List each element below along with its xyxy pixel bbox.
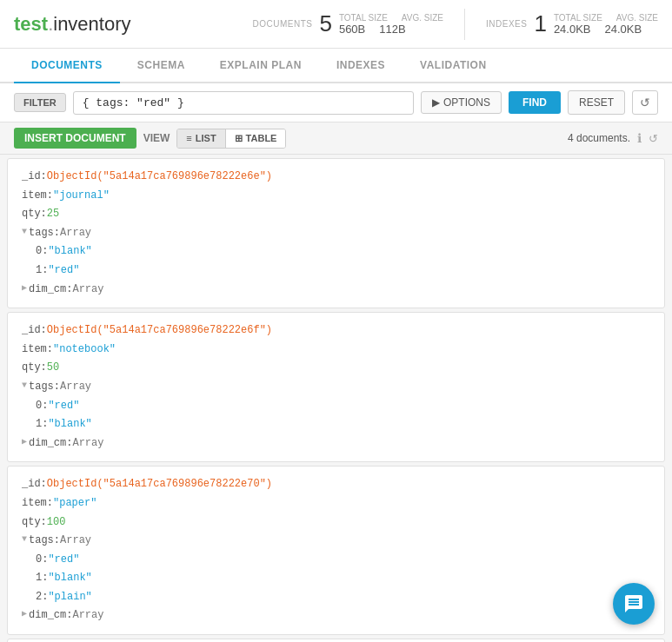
table-icon: ⊞ (235, 133, 243, 144)
indexes-size-info: TOTAL SIZE AVG. SIZE 24.0KB 24.0KB (554, 13, 658, 36)
field-dimcm-key: dim_cm: (29, 281, 72, 300)
field-qty-key: qty: (22, 205, 47, 224)
view-label: VIEW (143, 132, 170, 144)
dimcm-caret[interactable]: ▶ (22, 434, 27, 450)
docs-total-size-val: 560B (339, 23, 365, 36)
indexes-label: INDEXES (486, 19, 527, 29)
field-id-value: ObjectId("5a14a17ca769896e78222e6f") (47, 321, 272, 341)
documents-container: _id: ObjectId("5a14a17ca769896e78222e6e"… (0, 155, 672, 642)
documents-label: DOCUMENTS (252, 19, 312, 29)
field-tag1-value: "red" (48, 261, 79, 281)
indexes-stat-group: INDEXES 1 TOTAL SIZE AVG. SIZE 24.0KB 24… (486, 10, 658, 37)
tab-indexes[interactable]: INDEXES (319, 49, 403, 83)
toolbar: FILTER ▶ OPTIONS FIND RESET ↺ (0, 83, 672, 122)
field-id-key: _id: (22, 168, 47, 187)
field-item-value: "journal" (53, 187, 110, 206)
field-tags-type: Array (60, 224, 91, 243)
chat-button[interactable] (613, 583, 655, 625)
table-row: _id: ObjectId("5a14a17ca769896e78222e6f"… (7, 312, 665, 462)
action-right: 4 documents. ℹ ↺ (568, 131, 658, 145)
field-tag2-value: "plain" (48, 588, 91, 607)
view-toggle: ≡ LIST ⊞ TABLE (176, 129, 286, 149)
filter-label: FILTER (23, 97, 57, 108)
field-tag0-value: "blank" (48, 242, 91, 261)
options-button[interactable]: ▶ OPTIONS (421, 91, 502, 114)
view-table-button[interactable]: ⊞ TABLE (226, 129, 286, 148)
header-stats: DOCUMENTS 5 TOTAL SIZE AVG. SIZE 560B 11… (252, 9, 658, 40)
field-tags-key: tags: (29, 224, 60, 243)
action-left: INSERT DOCUMENT VIEW ≡ LIST ⊞ TABLE (14, 128, 286, 149)
field-tags-key: tags: (29, 532, 60, 551)
docs-total-size-label: TOTAL SIZE (339, 13, 388, 23)
table-row: _id: ObjectId("5a14a17ca769896e78222e6e"… (7, 158, 665, 308)
field-dimcm-type: Array (72, 434, 103, 453)
field-tag0-key: 0: (36, 242, 48, 261)
find-button[interactable]: FIND (509, 91, 561, 114)
logo-test: test (14, 13, 48, 35)
field-tag1-value: "blank" (48, 415, 91, 434)
docs-avg-size-label: AVG. SIZE (402, 13, 443, 23)
tab-documents[interactable]: DOCUMENTS (14, 49, 120, 83)
list-label: LIST (196, 133, 216, 143)
reset-button[interactable]: RESET (568, 90, 625, 115)
tab-explain[interactable]: EXPLAIN PLAN (203, 49, 319, 83)
idx-avg-size-label: AVG. SIZE (616, 13, 658, 23)
field-item-key: item: (22, 341, 53, 360)
field-tag1-key: 1: (36, 569, 48, 588)
dimcm-caret[interactable]: ▶ (22, 606, 27, 622)
documents-stat-group: DOCUMENTS 5 TOTAL SIZE AVG. SIZE 560B 11… (252, 10, 443, 37)
view-list-button[interactable]: ≡ LIST (177, 129, 225, 148)
field-tag2-key: 2: (36, 588, 48, 607)
info-icon[interactable]: ℹ (637, 131, 642, 145)
field-item-key: item: (22, 187, 53, 206)
action-bar: INSERT DOCUMENT VIEW ≡ LIST ⊞ TABLE 4 do… (0, 122, 672, 155)
refresh-icon: ↺ (640, 96, 650, 109)
logo: test.inventory (14, 13, 131, 36)
options-label: OPTIONS (443, 96, 490, 109)
list-icon: ≡ (186, 133, 191, 143)
tags-caret[interactable]: ▼ (22, 224, 27, 240)
idx-avg-size-val: 24.0KB (605, 23, 642, 36)
field-tag1-key: 1: (36, 261, 48, 281)
field-qty-value: 25 (47, 205, 59, 224)
tab-schema[interactable]: SCHEMA (120, 49, 203, 83)
refresh-small-icon[interactable]: ↺ (649, 132, 658, 145)
table-row: _id: ObjectId("5a14a17ca769896e78222e71"… (7, 639, 665, 642)
field-item-key: item: (22, 494, 53, 513)
field-qty-value: 100 (47, 513, 66, 533)
dimcm-caret[interactable]: ▶ (22, 281, 27, 296)
tags-caret[interactable]: ▼ (22, 378, 27, 394)
indexes-count: 1 (534, 10, 546, 37)
field-id-value: ObjectId("5a14a17ca769896e78222e70") (47, 475, 272, 494)
filter-input[interactable] (73, 91, 414, 115)
field-id-key: _id: (22, 475, 47, 494)
stat-divider (464, 9, 465, 40)
field-tag1-value: "blank" (48, 569, 91, 588)
filter-button[interactable]: FILTER (14, 93, 66, 112)
field-tags-key: tags: (29, 378, 60, 397)
documents-count: 5 (319, 10, 331, 37)
idx-total-size-label: TOTAL SIZE (554, 13, 602, 23)
field-dimcm-type: Array (72, 281, 103, 300)
table-row: _id: ObjectId("5a14a17ca769896e78222e70"… (7, 466, 665, 635)
field-id-value: ObjectId("5a14a17ca769896e78222e6e") (47, 168, 272, 187)
tabs-bar: DOCUMENTS SCHEMA EXPLAIN PLAN INDEXES VA… (0, 49, 672, 83)
field-tag0-key: 0: (36, 551, 48, 570)
field-qty-key: qty: (22, 359, 47, 378)
field-tag1-key: 1: (36, 415, 48, 434)
chat-icon (623, 593, 644, 614)
logo-inventory: inventory (53, 13, 130, 35)
field-tag0-value: "red" (48, 551, 79, 570)
insert-document-button[interactable]: INSERT DOCUMENT (14, 128, 136, 149)
field-tags-type: Array (60, 532, 91, 551)
refresh-icon-button[interactable]: ↺ (632, 90, 658, 115)
field-dimcm-key: dim_cm: (29, 434, 72, 453)
field-dimcm-type: Array (72, 606, 103, 625)
field-tag0-key: 0: (36, 397, 48, 416)
field-item-value: "notebook" (53, 341, 116, 360)
tab-validation[interactable]: VALIDATION (403, 49, 504, 83)
options-arrow-icon: ▶ (432, 96, 440, 109)
tags-caret[interactable]: ▼ (22, 532, 27, 547)
document-count: 4 documents. (568, 132, 630, 144)
docs-avg-size-val: 112B (379, 23, 405, 36)
